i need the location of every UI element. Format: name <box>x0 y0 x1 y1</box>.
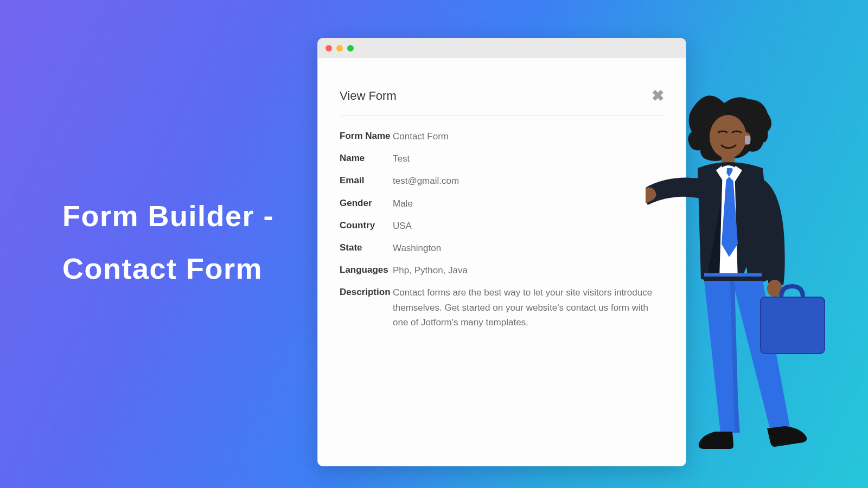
svg-rect-6 <box>704 273 762 277</box>
table-row: State Washington <box>340 241 664 255</box>
window-minimize-dot[interactable] <box>336 45 343 52</box>
table-row: Gender Male <box>340 196 664 211</box>
field-value: Contact Form <box>393 129 664 144</box>
field-value: USA <box>393 219 664 233</box>
window-titlebar <box>318 38 686 58</box>
field-label: Email <box>340 174 393 188</box>
field-value: test@gmail.com <box>393 174 664 188</box>
field-label: Description <box>340 285 393 299</box>
hero-title: Form Builder - Contact Form <box>62 190 274 295</box>
svg-point-1 <box>742 132 751 145</box>
svg-rect-3 <box>722 154 735 166</box>
table-row: Name Test <box>340 151 664 166</box>
modal-title: View Form <box>340 89 397 103</box>
svg-rect-7 <box>761 297 825 354</box>
browser-window: View Form ✖ Form Name Contact Form Name … <box>317 38 686 466</box>
svg-point-4 <box>767 280 782 297</box>
field-value: Male <box>393 196 664 211</box>
window-body: View Form ✖ Form Name Contact Form Name … <box>318 58 686 354</box>
hero-title-line-1: Form Builder - <box>62 190 274 242</box>
field-label: Languages <box>340 263 393 277</box>
field-value: Washington <box>393 241 664 255</box>
form-data-rows: Form Name Contact Form Name Test Email t… <box>340 116 664 330</box>
field-label: Country <box>340 219 393 233</box>
field-label: Name <box>340 151 393 165</box>
hero-title-line-2: Contact Form <box>62 242 274 295</box>
field-label: Form Name <box>340 129 393 143</box>
svg-rect-5 <box>704 274 762 282</box>
close-icon[interactable]: ✖ <box>652 88 664 104</box>
table-row: Email test@gmail.com <box>340 174 664 188</box>
svg-rect-8 <box>761 297 825 354</box>
field-value: Test <box>393 151 664 166</box>
table-row: Description Contact forms are the best w… <box>340 285 664 330</box>
window-maximize-dot[interactable] <box>347 45 354 52</box>
window-close-dot[interactable] <box>326 45 332 52</box>
field-label: State <box>340 241 393 255</box>
table-row: Languages Php, Python, Java <box>340 263 664 278</box>
table-row: Country USA <box>340 219 664 233</box>
field-value: Contact forms are the best way to let yo… <box>393 285 664 330</box>
field-label: Gender <box>340 196 393 210</box>
modal-header: View Form ✖ <box>340 88 664 116</box>
svg-rect-2 <box>745 136 750 144</box>
table-row: Form Name Contact Form <box>340 129 664 144</box>
svg-point-0 <box>710 115 746 158</box>
field-value: Php, Python, Java <box>393 263 664 278</box>
